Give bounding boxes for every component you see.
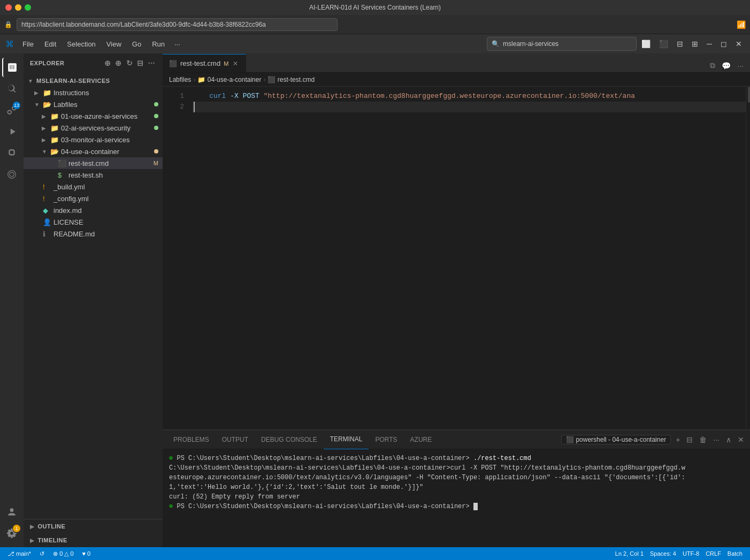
split-terminal-icon[interactable]: ⊟ [685, 434, 694, 446]
status-sync[interactable]: ↺ [36, 547, 48, 560]
sidebar-item-rest-test-cmd[interactable]: ▶ ⬛ rest-test.cmd M [24, 157, 163, 169]
tab-ports[interactable]: PORTS [369, 430, 403, 449]
sidebar-item-license[interactable]: ▶ 👤 LICENSE [24, 216, 163, 228]
maximize-button[interactable] [25, 4, 31, 11]
menu-run[interactable]: Run [148, 38, 169, 50]
02-arrow: ▶ [42, 125, 48, 131]
activity-run[interactable] [2, 122, 21, 141]
kill-terminal-icon[interactable]: 🗑 [698, 434, 708, 446]
activity-search[interactable] [2, 79, 21, 98]
split-editor-icon[interactable]: ⧉ [708, 59, 717, 72]
breadcrumb-part-1[interactable]: Labfiles [169, 76, 191, 83]
sidebar-item-01[interactable]: ▶ 📁 01-use-azure-ai-services [24, 110, 163, 122]
status-spaces[interactable]: Spaces: 4 [647, 550, 679, 557]
refresh-explorer-icon[interactable]: ↻ [125, 58, 134, 68]
sidebar-header: EXPLORER ⊕ ⊕ ↻ ⊟ ··· [24, 53, 163, 73]
terminal-more-icon[interactable]: ··· [711, 434, 721, 446]
breadcrumb-part-3[interactable]: ⬛ rest-test.cmd [267, 76, 315, 83]
sidebar-root[interactable]: ▼ MSLEARN-AI-SERVICES [24, 75, 163, 87]
title-bar: AI-LEARN-01d AI Services Containers (Lea… [0, 0, 750, 15]
sh-label: rest-test.sh [68, 171, 158, 179]
more-editor-actions-icon[interactable]: ··· [735, 59, 746, 72]
layout-grid-icon[interactable]: ⊞ [689, 39, 701, 49]
tab-output[interactable]: OUTPUT [216, 430, 255, 449]
tab-debug-console[interactable]: DEBUG CONSOLE [255, 430, 324, 449]
sidebar-item-index-md[interactable]: ▶ ◆ index.md [24, 204, 163, 216]
layout-panel-icon[interactable]: ⬛ [656, 39, 671, 49]
scrollbar[interactable] [748, 87, 750, 429]
search-bar[interactable]: 🔍 [487, 37, 637, 51]
status-encoding[interactable]: UTF-8 [679, 550, 702, 557]
sidebar-item-03[interactable]: ▶ 📁 03-monitor-ai-services [24, 134, 163, 145]
activity-remote[interactable] [2, 165, 21, 184]
tab-azure[interactable]: AZURE [404, 430, 439, 449]
status-branch[interactable]: ⎇ main* [4, 547, 34, 560]
activity-explorer[interactable] [2, 58, 21, 77]
menu-edit[interactable]: Edit [40, 38, 60, 50]
cmd-label: rest-test.cmd [68, 159, 151, 167]
outline-label: OUTLINE [38, 523, 66, 530]
sidebar-item-labfiles[interactable]: ▼ 📂 Labfiles [24, 98, 163, 110]
close-window-icon[interactable]: ✕ [733, 39, 745, 49]
sidebar-item-build-yml[interactable]: ▶ ! _build.yml [24, 181, 163, 193]
terminal-expand-icon[interactable]: ∧ [724, 434, 733, 446]
activity-accounts[interactable] [2, 502, 21, 521]
restore-icon[interactable]: ◻ [718, 39, 730, 49]
scrollbar-thumb[interactable] [748, 87, 750, 103]
signal-icon: 📶 [737, 20, 746, 29]
config-file-icon: ! [43, 195, 51, 203]
breadcrumb-part-2[interactable]: 📁 04-use-a-container [197, 76, 261, 83]
close-button[interactable] [5, 4, 12, 11]
activity-source-control[interactable]: 13 [2, 101, 21, 120]
more-actions-icon[interactable]: ··· [147, 58, 156, 68]
tab-close-button[interactable]: ✕ [232, 59, 239, 68]
menu-view[interactable]: View [102, 38, 126, 50]
term-output-2: C:\Users\Student\Desktop\mslearn-ai-serv… [169, 464, 685, 472]
status-errors[interactable]: ⊗ 0 △ 0 [50, 547, 76, 560]
new-file-icon[interactable]: ⊕ [103, 58, 112, 68]
collapse-all-icon[interactable]: ⊟ [136, 58, 145, 68]
tab-problems[interactable]: PROBLEMS [167, 430, 216, 449]
settings-badge: 1 [13, 525, 20, 532]
outline-section[interactable]: ▶ OUTLINE [24, 519, 163, 533]
menu-file[interactable]: File [18, 38, 38, 50]
timeline-section[interactable]: ▶ TIMELINE [24, 533, 163, 547]
terminal-close-icon[interactable]: ✕ [736, 434, 746, 446]
status-heart[interactable]: ♥ 0 [79, 547, 94, 560]
address-bar[interactable]: https://labclient.labondemand.com/LabCli… [17, 18, 338, 31]
status-language[interactable]: Batch [724, 550, 746, 557]
sidebar-item-rest-test-sh[interactable]: ▶ $ rest-test.sh [24, 169, 163, 181]
terminal-line-5: curl: (52) Empty reply from server [169, 492, 744, 502]
minimize-icon[interactable]: ─ [704, 39, 715, 49]
search-input[interactable] [503, 40, 632, 48]
04-arrow: ▼ [42, 149, 48, 155]
inline-chat-icon[interactable]: 💬 [720, 59, 733, 72]
minimize-button[interactable] [15, 4, 21, 11]
menu-go[interactable]: Go [128, 38, 146, 50]
activity-bar: 13 1 [0, 53, 24, 547]
term-path-2: PS C:\Users\Student\Desktop\mslearn-ai-s… [177, 503, 473, 510]
code-editor[interactable]: curl -X POST "http://textanalytics-phant… [188, 87, 746, 429]
sidebar-item-04[interactable]: ▼ 📂 04-use-a-container [24, 145, 163, 157]
activity-extensions[interactable] [2, 143, 21, 163]
sidebar-item-02[interactable]: ▶ 📁 02-ai-services-security [24, 122, 163, 134]
sidebar-item-readme[interactable]: ▶ ℹ README.md [24, 228, 163, 240]
menu-more[interactable]: ··· [171, 38, 183, 50]
folder-icon: 📁 [43, 89, 51, 97]
instructions-label: Instructions [53, 89, 158, 97]
status-line-col[interactable]: Ln 2, Col 1 [612, 550, 647, 557]
add-terminal-icon[interactable]: + [674, 434, 682, 446]
sidebar-item-config-yml[interactable]: ▶ ! _config.yml [24, 193, 163, 204]
terminal-content[interactable]: ⊕ PS C:\Users\Student\Desktop\mslearn-ai… [163, 449, 750, 547]
status-eol[interactable]: CRLF [702, 550, 724, 557]
activity-settings[interactable]: 1 [2, 524, 21, 543]
menu-selection[interactable]: Selection [63, 38, 100, 50]
layout-split-icon[interactable]: ⊟ [674, 39, 686, 49]
tab-terminal[interactable]: TERMINAL [324, 430, 369, 449]
new-folder-icon[interactable]: ⊕ [114, 58, 123, 68]
source-control-badge: 13 [13, 102, 20, 109]
breadcrumb-sep-1: › [193, 76, 195, 83]
layout-sidebar-icon[interactable]: ⬜ [639, 39, 653, 49]
sidebar-item-instructions[interactable]: ▶ 📁 Instructions [24, 87, 163, 98]
tab-rest-test-cmd[interactable]: ⬛ rest-test.cmd M ✕ [163, 54, 246, 72]
